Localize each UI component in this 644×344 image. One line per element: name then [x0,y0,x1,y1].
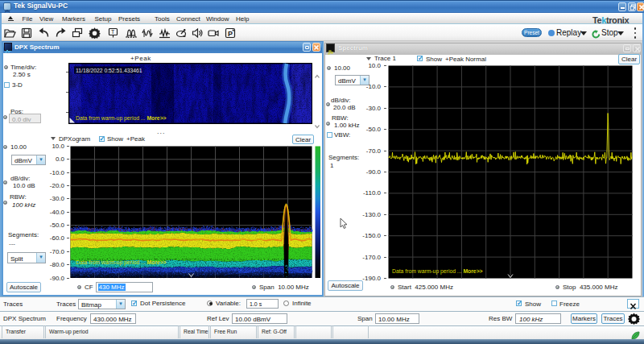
svg-text:Data from warm-up period ... M: Data from warm-up period ... More>> [76,115,167,122]
svg-text:11/18/2022 0:52:51.433461: 11/18/2022 0:52:51.433461 [76,68,142,73]
svg-text:Data from warm-up period ... M: Data from warm-up period ... More>> [76,259,167,266]
svg-text:Data from warm-up period ... M: Data from warm-up period ... More>> [392,268,483,275]
